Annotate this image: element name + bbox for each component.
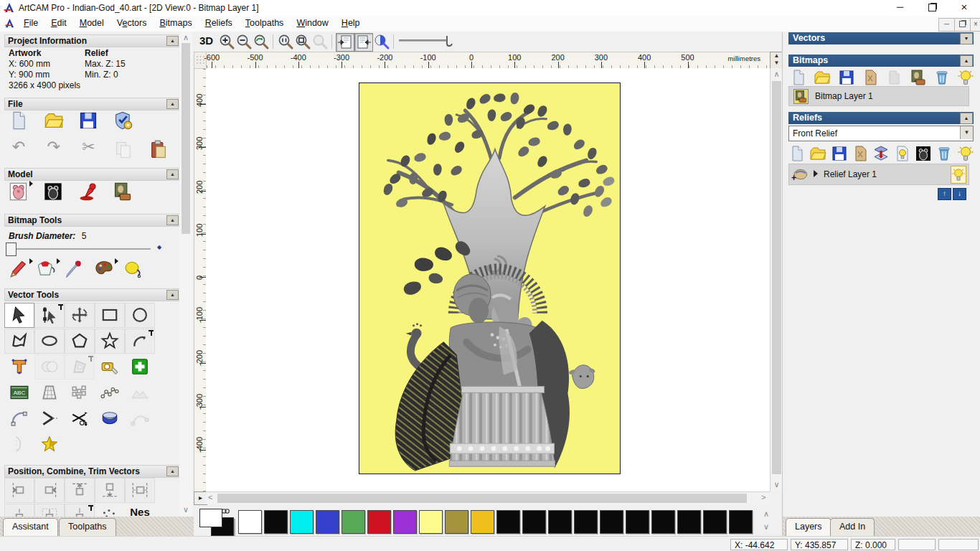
relief-layer-row[interactable]: + Relief Layer 1 [788,164,969,185]
center-in-page-tool[interactable] [34,504,65,517]
collapse-icon[interactable]: ▲ [166,290,179,300]
link-colours-icon[interactable] [221,507,230,516]
scroll-up-icon[interactable]: ∧ [179,33,192,42]
text-tool[interactable] [4,354,34,380]
thumbnail-icon[interactable] [910,69,927,86]
menu-help[interactable]: Help [335,16,367,32]
menu-window[interactable]: Window [290,16,334,32]
toggle-visibility-icon[interactable] [957,145,974,162]
greyscale-from-model-icon[interactable] [9,182,29,202]
palette-swatch[interactable] [471,510,494,534]
flood-fill-icon[interactable] [36,259,56,279]
flyout-arrow-icon[interactable] [115,258,118,264]
delete-relief-icon[interactable] [936,145,953,162]
palette-swatch[interactable] [729,510,753,534]
palette-swatch[interactable] [703,510,727,534]
paste-icon[interactable] [149,140,169,160]
scroll-down-icon[interactable]: ∨ [771,480,783,489]
collapse-icon[interactable]: ▲ [960,113,973,124]
menu-file[interactable]: File [17,16,44,32]
collapse-icon[interactable]: ▲ [166,215,179,225]
expand-arrow-icon[interactable] [814,170,818,177]
menu-toolpaths[interactable]: Toolpaths [239,16,291,32]
menu-bitmaps[interactable]: Bitmaps [153,16,198,32]
transfer-relief-icon[interactable] [872,145,890,162]
menu-edit[interactable]: Edit [44,16,73,32]
brush-diameter-slider[interactable]: ◆ [0,242,178,255]
zoom-in-button[interactable] [218,33,235,50]
vector-doctor-tool[interactable] [34,432,65,457]
flyout-arrow-icon[interactable] [29,181,33,187]
close-button[interactable]: × [948,0,980,16]
create-boundary-tool[interactable] [125,354,155,380]
block-copy-tool[interactable] [65,380,95,405]
flyout-arrow-icon[interactable] [29,258,33,264]
move-layer-down-button[interactable]: ↓ [953,188,966,200]
palette-swatch[interactable] [522,510,546,534]
preview-relief-icon[interactable] [894,145,911,162]
collapse-icon[interactable]: ▲ [960,55,973,67]
blend-spans-tool[interactable] [125,406,155,431]
palette-swatch[interactable] [651,510,675,534]
fit-curve-tool[interactable] [95,380,125,405]
pin-icon[interactable] [88,505,93,507]
move-layer-up-button[interactable]: ↑ [938,188,951,200]
restore-button[interactable] [916,0,948,16]
align-contour-tool[interactable] [65,504,95,517]
colour-shape-icon[interactable] [122,259,142,279]
open-bitmap-icon[interactable] [814,69,831,86]
arc-tool[interactable] [125,329,155,354]
delete-bitmap-icon[interactable] [933,69,951,86]
weld-vectors-tool[interactable] [34,354,65,380]
menu-reliefs[interactable]: Reliefs [199,16,239,32]
model-wizard-icon[interactable] [113,110,133,131]
scrollbar-thumb[interactable] [182,43,190,234]
scatter-tool[interactable] [95,504,125,517]
zoom-previous-button[interactable] [253,33,270,50]
palette-icon[interactable] [94,259,114,279]
bitmap-layer-name[interactable]: Bitmap Layer 1 [815,91,873,101]
shading-button[interactable] [373,33,390,50]
pin-icon[interactable] [58,304,63,306]
palette-swatch[interactable] [548,510,572,534]
align-bottom-tool[interactable] [95,478,125,503]
ellipse-tool[interactable] [34,329,65,354]
greyscale-relief-icon[interactable] [915,145,932,162]
scroll-left-icon[interactable]: < [208,493,212,501]
new-model-icon[interactable] [9,110,29,131]
palette-swatch[interactable] [290,510,314,534]
palette-swatch[interactable] [600,510,623,534]
menu-model[interactable]: Model [73,16,110,32]
text-on-curve-tool[interactable]: ABC [4,380,34,405]
relief-preview-toggle-button[interactable] [354,33,373,52]
align-left-tool[interactable] [4,478,34,503]
paint-brush-icon[interactable] [9,259,29,279]
texture-model-icon[interactable] [113,182,133,202]
nesting-tool[interactable]: Nes [125,504,155,517]
mdi-restore-button[interactable] [954,18,971,32]
relief-select-dropdown[interactable]: Front Relief ▼ [788,126,974,141]
minimize-button[interactable]: ─ [884,0,916,16]
collapse-icon[interactable]: ▲ [166,466,179,476]
center-horizontal-tool[interactable] [125,478,155,503]
scrollbar-thumb[interactable] [217,494,747,503]
align-right-tool[interactable] [34,478,65,503]
bisector-tool[interactable] [34,406,65,431]
model-from-greyscale-icon[interactable] [43,182,63,202]
palette-swatch[interactable] [574,510,598,534]
file-section-header[interactable]: File ▲ [4,98,181,110]
vector-tools-header[interactable]: Vector Tools ▲ [4,288,181,301]
dropdown-arrow-icon[interactable]: ▼ [960,126,973,139]
primary-colour[interactable] [199,509,222,527]
clear-bitmap-icon[interactable] [885,69,903,86]
palette-swatch[interactable] [316,510,339,534]
palette-swatch[interactable] [496,510,520,534]
palette-swatch[interactable] [445,510,468,534]
pick-colour-icon[interactable] [64,259,84,279]
zoom-fit-button[interactable] [294,33,311,50]
reliefs-panel-header[interactable]: Reliefs ▲ [788,112,974,124]
tab-assistant[interactable]: Assistant [3,518,58,536]
circle-tool[interactable] [125,303,155,328]
palette-swatch[interactable] [677,510,701,534]
copy-icon[interactable] [113,140,133,160]
